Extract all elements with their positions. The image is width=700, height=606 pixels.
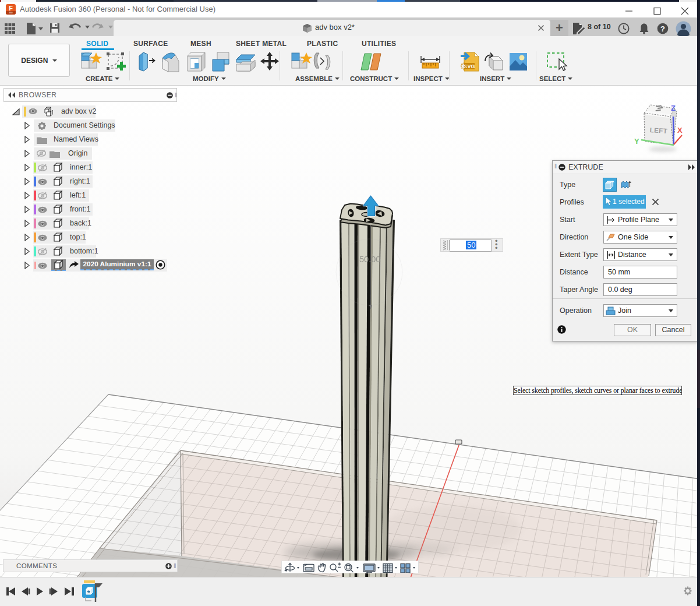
svg-text:50.00: 50.00 <box>359 255 380 264</box>
svg-text:Z: Z <box>671 104 676 112</box>
svg-text:LEFT: LEFT <box>649 126 668 135</box>
svg-text:X: X <box>677 126 683 135</box>
svg-text:Y: Y <box>634 137 639 146</box>
svg-text:?: ? <box>660 24 665 33</box>
